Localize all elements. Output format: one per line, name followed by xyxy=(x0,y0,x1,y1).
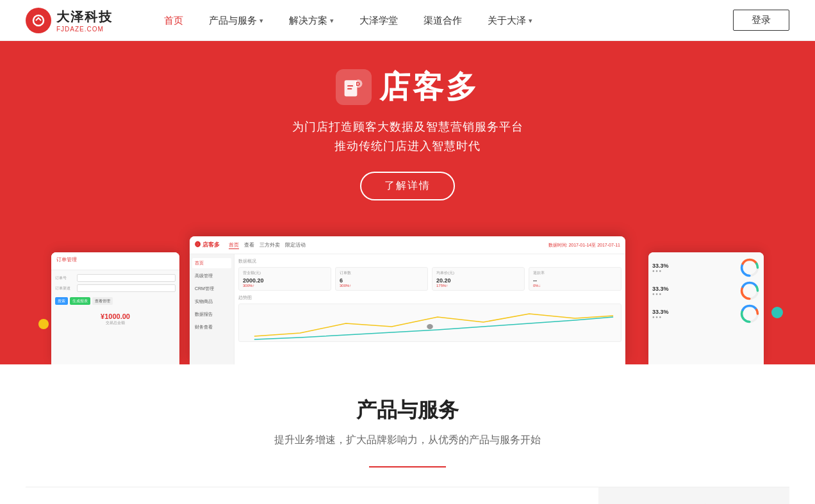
donut-row-2: 33.3% ● ● ● xyxy=(652,280,760,301)
hero-section: D 店客多 为门店打造顾客大数据及智慧营销服务平台 推动传统门店进入智慧时代 了… xyxy=(0,41,815,364)
hero-brand-name: 店客多 xyxy=(379,67,479,108)
logo-text: 大泽科技 FJDAZE.COM xyxy=(56,8,113,33)
left-ss-row-2: 订单渠道 xyxy=(55,284,176,292)
report-btn: 生成报表 xyxy=(70,297,90,305)
login-button[interactable]: 登录 xyxy=(733,10,789,31)
logo-cn: 大泽科技 xyxy=(56,8,113,26)
ss-brand: 🅓 店客多 xyxy=(195,241,220,249)
donut-row-1: 33.3% ● ● ● xyxy=(652,257,760,278)
product-tabs: 掌销宝·众店 掌销宝·小店 店客多 新媒体内容运营 xyxy=(26,487,789,504)
tab-zhangxiaobao-zhongdian[interactable]: 掌销宝·众店 xyxy=(26,487,217,504)
manage-btn: 查看管理 xyxy=(92,297,113,305)
ss-topbar-nav: 首页 查看 三方外卖 限定活动 xyxy=(229,241,306,249)
tab-new-media[interactable]: 新媒体内容运营 xyxy=(598,487,789,504)
decoration-dot-teal xyxy=(771,307,783,318)
logo-icon xyxy=(26,8,51,33)
ss-nav-home: 首页 xyxy=(229,241,239,249)
left-ss-body: 订单号 订单渠道 搜索 生成报表 查看管理 ¥1000.00 交易总金额 xyxy=(51,270,179,330)
donut-row-3: 33.3% ● ● ● xyxy=(652,304,760,324)
screenshot-main: 🅓 店客多 首页 查看 三方外卖 限定活动 数据时间: 2017-01-14至 … xyxy=(190,236,625,364)
ss-sidebar-data: 数据报告 xyxy=(192,309,231,320)
svg-text:D: D xyxy=(356,81,361,87)
ss-chart-label: 趋势图 xyxy=(238,295,622,301)
svg-point-0 xyxy=(33,15,44,26)
ss-sidebar-home: 首页 xyxy=(192,258,231,268)
ss-sidebar-finance: 财务查看 xyxy=(192,322,231,332)
hero-brand-icon: D xyxy=(336,69,372,105)
products-title: 产品与服务 xyxy=(26,396,789,425)
ss-stat-refund: 退款率 -- 0%↓ xyxy=(529,267,622,291)
chevron-down-icon: ▾ xyxy=(330,0,334,41)
ss-section-label: 数据概况 xyxy=(238,258,622,264)
nav-links: 首页 产品与服务 ▾ 解决方案 ▾ 大泽学堂 渠道合作 关于大泽 ▾ xyxy=(151,0,733,41)
decoration-dot-yellow xyxy=(38,319,49,329)
chevron-down-icon: ▾ xyxy=(529,0,532,41)
nav-channel[interactable]: 渠道合作 xyxy=(411,0,475,41)
ss-main-content: 数据概况 营业额(元) 2000.20 300%↑ 订单数 6 300%↑ xyxy=(235,254,625,364)
ss-sidebar: 首页 高级管理 CRM管理 实物商品 数据报告 财务查看 xyxy=(190,254,235,364)
section-divider xyxy=(369,466,446,467)
svg-point-4 xyxy=(427,324,433,329)
right-ss-content: 33.3% ● ● ● 33.3% ● ● ● xyxy=(648,252,764,364)
ss-nav-3rd: 三方外卖 xyxy=(259,241,280,249)
hero-subtitle1: 为门店打造顾客大数据及智慧营销服务平台 xyxy=(292,119,523,134)
tab-zhangxiaobao-xiaodian[interactable]: 掌销宝·小店 xyxy=(217,487,408,504)
nav-solutions[interactable]: 解决方案 ▾ xyxy=(276,0,347,41)
ss-date-range: 数据时间: 2017-01-14至 2017-07-11 xyxy=(548,242,620,248)
hero-subtitle2: 推动传统门店进入智慧时代 xyxy=(334,138,481,154)
ss-sidebar-crm: CRM管理 xyxy=(192,284,231,294)
hero-brand: D 店客多 xyxy=(336,67,479,108)
screenshot-left: 订单管理 订单号 订单渠道 搜索 生成报表 查看管理 xyxy=(51,252,179,364)
hero-cta-button[interactable]: 了解详情 xyxy=(360,172,455,200)
logo-en: FJDAZE.COM xyxy=(56,26,113,33)
left-ss-topbar: 订单管理 xyxy=(51,252,179,270)
products-subtitle: 提升业务增速，扩大品牌影响力，从优秀的产品与服务开始 xyxy=(26,434,789,447)
left-money: ¥1000.00 交易总金额 xyxy=(55,313,176,326)
ss-chart xyxy=(238,304,622,342)
navbar: 大泽科技 FJDAZE.COM 首页 产品与服务 ▾ 解决方案 ▾ 大泽学堂 渠… xyxy=(0,0,815,41)
ss-nav-view: 查看 xyxy=(244,241,254,249)
ss-stat-orders: 订单数 6 300%↑ xyxy=(335,267,428,291)
chevron-down-icon: ▾ xyxy=(259,0,263,41)
tab-diankemeng[interactable]: 店客多 xyxy=(408,487,598,504)
hero-screenshot-area: 订单管理 订单号 订单渠道 搜索 生成报表 查看管理 xyxy=(0,224,815,364)
screenshot-right: 33.3% ● ● ● 33.3% ● ● ● xyxy=(648,252,764,364)
search-btn: 搜索 xyxy=(55,297,68,305)
ss-stat-avg: 均单价(元) 20.20 175%↑ xyxy=(432,267,525,291)
nav-products[interactable]: 产品与服务 ▾ xyxy=(196,0,276,41)
logo[interactable]: 大泽科技 FJDAZE.COM xyxy=(26,8,113,33)
ss-sidebar-goods: 实物商品 xyxy=(192,297,231,307)
ss-topbar: 🅓 店客多 首页 查看 三方外卖 限定活动 数据时间: 2017-01-14至 … xyxy=(190,236,625,254)
products-section: 产品与服务 提升业务增速，扩大品牌影响力，从优秀的产品与服务开始 掌销宝·众店 … xyxy=(0,364,815,504)
ss-stat-revenue: 营业额(元) 2000.20 300%↑ xyxy=(238,267,331,291)
ss-nav-activity: 限定活动 xyxy=(285,241,306,249)
nav-home[interactable]: 首页 xyxy=(151,0,196,41)
ss-stats-row: 营业额(元) 2000.20 300%↑ 订单数 6 300%↑ 均单价(元) … xyxy=(238,267,622,291)
left-ss-row-1: 订单号 xyxy=(55,274,176,282)
nav-about[interactable]: 关于大泽 ▾ xyxy=(475,0,545,41)
ss-body: 首页 高级管理 CRM管理 实物商品 数据报告 财务查看 数据概况 营业额(元)… xyxy=(190,254,625,364)
ss-sidebar-advanced: 高级管理 xyxy=(192,271,231,281)
nav-academy[interactable]: 大泽学堂 xyxy=(347,0,411,41)
left-btn-row: 搜索 生成报表 查看管理 xyxy=(55,297,176,305)
